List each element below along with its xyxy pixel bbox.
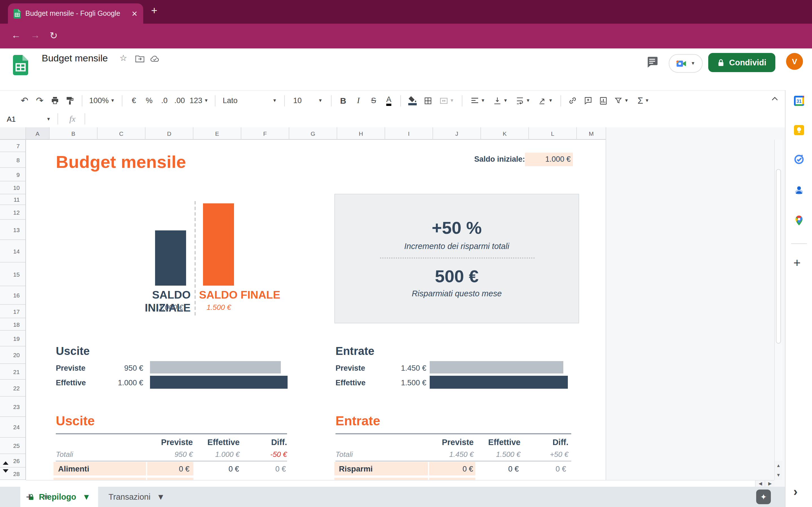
all-sheets-icon[interactable]: ≡ [44,492,48,501]
insert-chart-button[interactable] [596,93,611,108]
entrate-bars-title[interactable]: Entrate [336,345,374,358]
kpi-amount[interactable]: 500 € [335,267,578,287]
keep-icon[interactable] [794,125,804,135]
row-header[interactable]: 20 [0,346,26,364]
horizontal-scrollbar[interactable]: ◀ ▶ [26,480,774,487]
merge-cells-button[interactable]: ▼ [435,93,458,108]
uscite-totali-label[interactable]: Totali [56,450,73,459]
print-icon[interactable] [47,93,63,108]
row-header[interactable]: 14 [0,240,26,263]
scroll-left-button[interactable]: ◀ [755,481,765,487]
row-header[interactable]: 19 [0,331,26,346]
column-header[interactable]: J [433,127,481,140]
meet-button[interactable]: ▼ [669,54,703,73]
star-doc-icon[interactable]: ☆ [119,53,127,63]
scroll-right-button[interactable]: ▶ [765,481,775,487]
bold-button[interactable]: B [336,93,351,108]
column-header[interactable]: L [529,127,577,140]
entrate-row-risparmi[interactable]: Risparmi [339,464,373,473]
more-formats-button[interactable]: 123▼ [187,93,211,108]
add-sheet-button[interactable]: + [26,491,33,504]
column-header[interactable]: G [289,127,337,140]
uscite-bars-title[interactable]: Uscite [56,345,90,358]
tab-close-icon[interactable]: ✕ [132,9,138,18]
entrate-previste-value[interactable]: 1.450 € [370,364,426,372]
entrate-col-diff[interactable]: Diff. [512,438,568,447]
cloud-status-icon[interactable] [150,55,160,62]
column-header[interactable]: M [577,127,606,140]
format-percent-button[interactable]: % [142,93,157,108]
vertical-scrollbar[interactable]: ▲ ▼ [774,140,782,480]
row-header[interactable]: 7 [0,140,26,152]
saldo-finale-chart-value[interactable]: 1.500 € [191,303,247,312]
uscite-effettive-label[interactable]: Effettive [56,379,86,387]
italic-button[interactable]: I [351,93,366,108]
column-header[interactable]: K [481,127,529,140]
row-header[interactable]: 16 [0,286,26,305]
tasks-icon[interactable] [794,154,804,165]
sheets-logo-icon[interactable] [13,55,28,75]
filter-button[interactable]: ▼ [611,93,632,108]
doc-title[interactable]: Budget mensile [42,53,108,64]
maps-icon[interactable] [794,215,804,226]
contacts-icon[interactable] [794,185,804,195]
format-currency-button[interactable]: € [126,93,142,108]
row-header[interactable]: 15 [0,263,26,286]
back-icon[interactable]: ← [11,30,21,41]
insert-link-button[interactable] [565,93,580,108]
kpi-percent[interactable]: +50 % [335,218,578,238]
entrate-totale-diff[interactable]: +50 € [512,450,568,459]
row-header[interactable]: 24 [0,417,26,438]
sheet-tab-transazioni[interactable]: Transazioni ▼ [98,492,175,501]
row-header[interactable]: 13 [0,220,26,240]
horizontal-align-button[interactable]: ▼ [466,93,489,108]
saldo-iniziale-label-cell[interactable]: Saldo iniziale: [415,155,525,163]
uscite-col-diff[interactable]: Diff. [231,438,287,447]
redo-icon[interactable]: ↷ [32,93,47,108]
saldo-finale-axis-label[interactable]: SALDO FINALE [199,288,295,301]
toolbar-collapse-icon[interactable] [770,95,779,103]
name-box[interactable]: A1▼ [0,110,56,127]
sheet-title-cell[interactable]: Budget mensile [56,152,186,172]
alimenti-diff[interactable]: 0 € [230,465,286,473]
reload-icon[interactable]: ↻ [50,30,58,42]
row-header[interactable]: 21 [0,364,26,380]
row-header[interactable]: 25 [0,438,26,454]
saldo-iniziale-value-cell[interactable]: 1.000 € [525,153,573,166]
scroll-down-button[interactable]: ▼ [775,470,782,480]
decrease-decimal-button[interactable]: .0 [157,93,172,108]
get-addons-button[interactable]: + [794,257,801,269]
risparmi-diff[interactable]: 0 € [510,465,566,473]
column-header[interactable]: F [241,127,289,140]
vertical-align-button[interactable]: ▼ [489,93,511,108]
row-header[interactable]: 26 [0,454,26,467]
hidden-row-expand-down-icon[interactable] [3,469,8,473]
zoom-select[interactable]: 100%▼ [86,93,118,108]
fill-color-button[interactable] [405,93,420,108]
uscite-effettive-value[interactable]: 1.000 € [87,379,143,387]
text-wrap-button[interactable]: ▼ [511,93,534,108]
new-tab-button[interactable]: + [151,4,157,17]
collapse-panel-icon[interactable]: › [794,485,798,499]
uscite-previste-label[interactable]: Previste [56,364,86,372]
row-header[interactable]: 10 [0,181,26,194]
forward-icon[interactable]: → [31,30,40,41]
row-header[interactable]: 12 [0,205,26,220]
entrate-previste-label[interactable]: Previste [336,364,365,372]
font-select[interactable]: Lato▼ [219,93,280,108]
column-header[interactable]: D [146,127,193,140]
uscite-previste-value[interactable]: 950 € [87,364,143,372]
hidden-row-expand-up-icon[interactable] [3,461,8,465]
alimenti-previste[interactable]: 0 € [133,465,190,473]
row-header[interactable]: 9 [0,168,26,181]
row-header[interactable]: 8 [0,152,26,168]
uscite-row-alimenti[interactable]: Alimenti [58,464,89,473]
sheet-canvas[interactable]: Budget mensile Saldo iniziale: 1.000 € S… [26,140,606,480]
kpi-percent-caption[interactable]: Incremento dei risparmi totali [335,242,578,251]
kpi-amount-caption[interactable]: Risparmiati questo mese [335,289,578,298]
vertical-scrollbar-thumb[interactable] [776,169,781,344]
select-all-corner[interactable] [0,127,26,140]
row-header[interactable]: 18 [0,318,26,331]
row-header[interactable]: 11 [0,194,26,205]
column-header[interactable]: H [337,127,385,140]
